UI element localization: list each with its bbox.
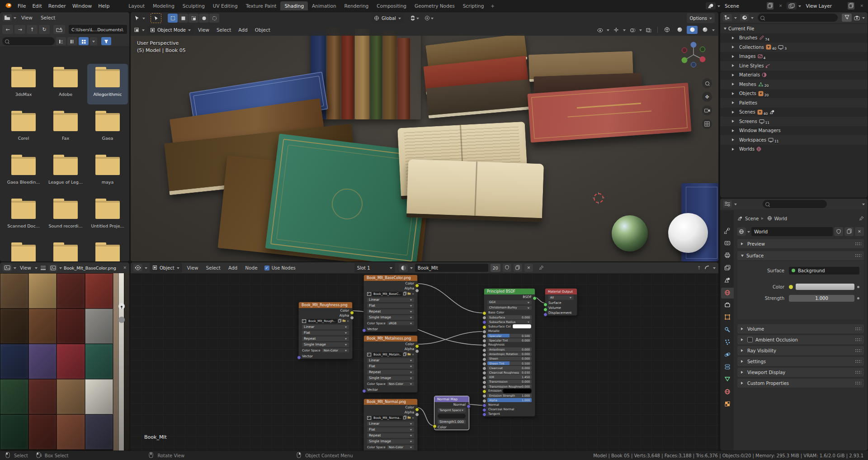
expand-icon[interactable] [724,28,726,31]
fake-user-button[interactable] [503,264,511,272]
prop-value-widget[interactable]: Specular Tint0.000 [487,338,532,342]
node-header[interactable]: Book_Mlt_Metalness.png [364,336,417,341]
file-browser-menu-view[interactable]: View [18,14,36,21]
editor-type-icon[interactable] [134,27,140,33]
properties-tab-collection[interactable] [721,300,734,311]
node-select[interactable]: Repeat [367,433,414,438]
display-size-dropdown[interactable] [90,37,97,45]
expand-icon[interactable] [732,83,736,85]
tab-geometry-nodes[interactable]: Geometry Nodes [410,1,459,10]
expand-icon[interactable] [732,74,736,76]
expand-icon[interactable] [741,338,745,341]
panel-settings[interactable]: Settings [737,357,864,366]
tab-animation[interactable]: Animation [308,1,340,10]
node-canvas[interactable]: Book_Mlt_BaseColor.pngColorAlphaBook_Mlt… [131,273,718,451]
panel-surface[interactable]: Surface [737,251,864,260]
view-layer-name[interactable]: View Layer [803,2,857,10]
color-widget[interactable] [789,283,854,290]
menu-edit[interactable]: Edit [29,3,45,9]
node-select[interactable]: Repeat [302,337,349,341]
properties-tab-output[interactable] [721,251,734,261]
panel-preview[interactable]: Preview [737,239,864,248]
node-select[interactable]: Linear [367,422,414,426]
world-id-icon[interactable] [737,228,746,236]
prop-value-widget[interactable]: Alpha1.000 [487,398,532,402]
tab-compositing[interactable]: Compositing [373,1,410,10]
shading-solid[interactable] [674,26,685,34]
outliner-item[interactable]: Materials [720,71,868,80]
image-id-icon[interactable] [49,265,57,271]
image-mini-icon[interactable] [367,416,371,420]
properties-tab-physics[interactable] [721,350,734,360]
socket-purple[interactable] [297,356,301,360]
socket-purple[interactable] [362,389,366,393]
node-header[interactable]: Material Output [545,289,577,294]
normal-map-node[interactable]: Normal MapNormalTangent SpaceStrength1.0… [434,396,469,430]
close-icon[interactable]: ✕ [412,353,414,356]
properties-tab-object[interactable] [721,313,734,323]
expand-icon[interactable] [732,37,736,39]
new-folder-button[interactable] [53,25,65,34]
select-mode-3[interactable] [199,14,209,23]
color-swatch[interactable] [503,389,532,394]
expand-icon[interactable] [732,46,736,48]
view-layer-icon[interactable] [787,2,797,9]
folder-item[interactable]: 3dsMax [3,64,44,104]
tab-shading[interactable]: Shading [280,1,308,10]
folder-item[interactable]: Scanned Doc... [3,195,44,236]
node-header[interactable]: Book_Mlt_BaseColor.png [364,275,417,281]
expand-icon[interactable] [741,371,745,374]
node-select[interactable]: Linear [302,325,349,329]
image-mini-icon[interactable] [367,353,371,356]
properties-tab-material[interactable] [721,387,734,398]
properties-tab-world[interactable] [721,288,734,299]
node-editor-menu-node[interactable]: Node [242,265,260,271]
node-select[interactable]: Single Image [367,439,414,444]
display-mode-icon[interactable] [740,14,749,21]
prop-value-widget[interactable]: Clearcoat Roughness0.030 [487,370,532,375]
principled-bsdf-node[interactable]: Principled BSDFBSDFGGXChristensen-Burley… [484,288,535,417]
node-select[interactable]: Flat [367,364,414,369]
expand-icon[interactable] [732,111,736,114]
expand-icon[interactable] [741,349,745,352]
path-field[interactable]: C:\Users\L...Documents\ [69,25,127,34]
collection-filter-icon[interactable] [854,15,860,20]
node-select[interactable]: Single Image [367,376,414,380]
new-datablock-icon[interactable] [848,2,854,9]
image-name[interactable]: Book_Mlt_Norma.. [372,416,402,420]
orientation-dropdown[interactable]: Global [371,13,404,23]
prop-value-widget[interactable]: IOR1.450 [487,375,532,379]
panel-ambient-occlusion[interactable]: Ambient Occlusion [737,335,864,344]
properties-tab-tool[interactable] [721,226,734,237]
outliner-item[interactable]: Window Managers [720,126,868,136]
folder-item[interactable] [45,239,86,261]
handle-widget[interactable] [118,317,125,323]
use-nodes-toggle[interactable]: ✓Use Nodes [264,266,296,270]
viewport-menu-object[interactable]: Object [252,27,273,33]
expand-icon[interactable] [732,92,736,95]
pin-widget[interactable] [118,303,125,309]
expand-icon[interactable] [741,360,745,363]
copy-icon[interactable] [403,292,406,296]
image-editor-menu-view[interactable]: View [18,265,33,271]
shading-rendered[interactable] [699,26,710,34]
gizmos-toggle[interactable] [611,26,621,34]
bsdf-select[interactable]: Christensen-Burley [487,306,532,310]
expand-icon[interactable] [732,55,736,58]
tab-scripting[interactable]: Scripting [459,1,488,10]
folder-item[interactable]: Sound recordi... [45,195,86,236]
copy-material-button[interactable] [514,264,522,272]
strength-slider[interactable]: 1.000 [789,295,854,302]
image-editor-canvas[interactable] [0,273,129,451]
material-id-icon[interactable] [399,264,408,272]
select-mode-2[interactable] [189,14,198,23]
add-workspace-button[interactable]: + [488,1,497,10]
outliner-item[interactable]: Line Styles [720,61,868,71]
parent-button[interactable]: ↑ [27,25,38,34]
zoom-icon[interactable] [702,78,712,88]
fake-user-button[interactable] [834,227,843,236]
expand-icon[interactable] [732,64,736,67]
copy-datablock-button[interactable] [844,227,854,236]
node-select[interactable]: Repeat [367,370,414,375]
panel-checkbox[interactable] [747,337,753,342]
